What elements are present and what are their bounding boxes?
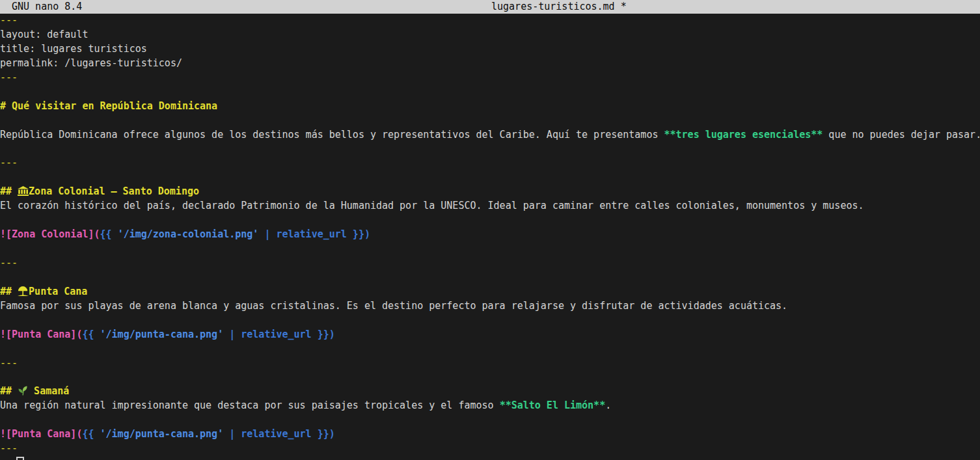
- divider-text: ---: [0, 442, 18, 454]
- liquid-open-braces: {{: [82, 428, 100, 440]
- zona-colonial-heading-line[interactable]: ## Zona Colonial – Santo Domingo: [0, 185, 980, 199]
- heading-text: Zona Colonial – Santo Domingo: [29, 185, 199, 197]
- heading-text: Punta Cana: [29, 286, 87, 297]
- blank-line[interactable]: [0, 142, 980, 156]
- bold-markdown-text: **Salto El Limón**: [500, 399, 606, 411]
- editor-text-area[interactable]: --- layout: default title: lugares turis…: [0, 14, 980, 460]
- liquid-filter-close: | relative_url }}): [223, 329, 335, 340]
- divider-text: ---: [0, 357, 18, 369]
- blank-line[interactable]: [0, 342, 980, 357]
- title-text: title: lugares turisticos: [0, 43, 147, 55]
- blank-line[interactable]: [0, 213, 980, 228]
- samana-heading-line[interactable]: ## Samaná: [0, 385, 980, 399]
- permalink-text: permalink: /lugares-turisticos/: [0, 57, 182, 69]
- image-path: '/img/punta-cana.png': [100, 329, 224, 340]
- samana-image-link-line[interactable]: ![Punta Cana]({{ '/img/punta-cana.png' |…: [0, 427, 980, 442]
- divider-line-4[interactable]: ---: [0, 442, 980, 456]
- blank-line[interactable]: [0, 114, 980, 128]
- liquid-filter-close: | relative_url }}): [258, 228, 370, 240]
- classical-building-icon: [18, 186, 29, 196]
- front-matter-permalink-line[interactable]: permalink: /lugares-turisticos/: [0, 57, 980, 71]
- paragraph-text: República Dominicana ofrece algunos de l…: [0, 129, 664, 141]
- delimiter-text: ---: [0, 72, 18, 83]
- heading-hashes: ##: [0, 185, 18, 197]
- blank-line[interactable]: [0, 271, 980, 285]
- heading-hashes: ##: [0, 385, 18, 397]
- divider-text: ---: [0, 157, 18, 169]
- page-heading-line[interactable]: # Qué visitar en República Dominicana: [0, 100, 980, 114]
- blank-line[interactable]: [0, 170, 980, 185]
- heading-text: Samaná: [28, 385, 69, 397]
- samana-description-line[interactable]: Una región natural impresionante que des…: [0, 399, 980, 413]
- punta-cana-heading-line[interactable]: ## Punta Cana: [0, 285, 980, 299]
- divider-line-1[interactable]: ---: [0, 156, 980, 170]
- liquid-open-braces: {{: [82, 329, 100, 340]
- intro-paragraph-line[interactable]: República Dominicana ofrece algunos de l…: [0, 128, 980, 142]
- description-text: Una región natural impresionante que des…: [0, 399, 500, 411]
- zona-colonial-image-link-line[interactable]: ![Zona Colonial]({{ '/img/zona-colonial.…: [0, 228, 980, 242]
- front-matter-open-delimiter[interactable]: ---: [0, 14, 980, 28]
- punta-cana-description-line[interactable]: Famosa por sus playas de arena blanca y …: [0, 299, 980, 314]
- front-matter-layout-line[interactable]: layout: default: [0, 28, 980, 42]
- blank-line[interactable]: [0, 370, 980, 385]
- divider-line-2[interactable]: ---: [0, 256, 980, 271]
- image-path: '/img/zona-colonial.png': [118, 228, 259, 240]
- h1-text: # Qué visitar en República Dominicana: [0, 100, 217, 112]
- blank-line[interactable]: [0, 242, 980, 256]
- blank-line[interactable]: [0, 314, 980, 328]
- liquid-open-braces: {{: [100, 228, 118, 240]
- blank-line[interactable]: [0, 413, 980, 427]
- zona-colonial-description-line[interactable]: El corazón histórico del país, declarado…: [0, 199, 980, 213]
- liquid-filter-close: | relative_url }}): [223, 428, 335, 440]
- partial-next-line[interactable]: [0, 456, 980, 460]
- front-matter-title-line[interactable]: title: lugares turisticos: [0, 42, 980, 57]
- bold-markdown-text: **tres lugares esenciales**: [664, 129, 823, 141]
- divider-line-3[interactable]: ---: [0, 357, 980, 371]
- app-version-label: GNU nano 8.4: [12, 0, 82, 14]
- punta-cana-image-link-line[interactable]: ![Punta Cana]({{ '/img/punta-cana.png' |…: [0, 328, 980, 342]
- image-link-label: ![Zona Colonial](: [0, 228, 100, 240]
- image-path: '/img/punta-cana.png': [100, 428, 224, 440]
- blank-line[interactable]: [0, 85, 980, 100]
- beach-umbrella-icon: [18, 286, 29, 296]
- partial-character-glyph: [16, 457, 24, 460]
- image-link-label: ![Punta Cana](: [0, 329, 82, 340]
- divider-text: ---: [0, 257, 18, 269]
- file-name-label: lugares-turisticos.md *: [491, 0, 627, 14]
- image-link-label: ![Punta Cana](: [0, 428, 82, 440]
- description-text: El corazón histórico del país, declarado…: [0, 200, 864, 211]
- front-matter-close-delimiter[interactable]: ---: [0, 71, 980, 85]
- nano-titlebar: GNU nano 8.4lugares-turisticos.md *: [0, 0, 980, 14]
- description-text: .: [605, 399, 611, 411]
- paragraph-text: que no puedes dejar pasar.: [823, 129, 980, 141]
- layout-text: layout: default: [0, 29, 88, 40]
- description-text: Famosa por sus playas de arena blanca y …: [0, 300, 787, 312]
- herb-icon: [18, 386, 28, 396]
- delimiter-text: ---: [0, 14, 18, 26]
- heading-hashes: ##: [0, 286, 18, 297]
